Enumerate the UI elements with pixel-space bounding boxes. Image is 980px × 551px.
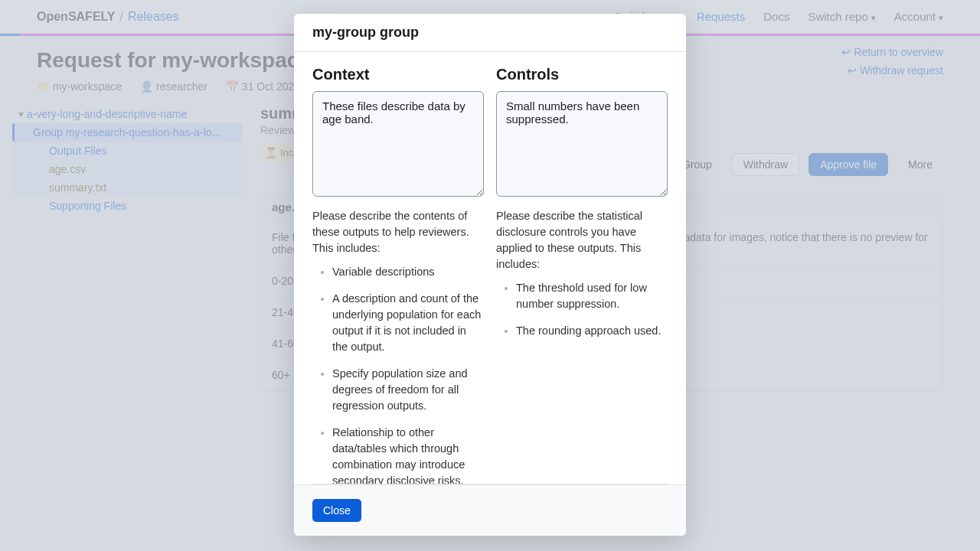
controls-column: Controls Please describe the statistical… <box>496 66 668 465</box>
controls-heading: Controls <box>496 66 668 83</box>
context-list: Variable descriptions A description and … <box>312 264 484 484</box>
list-item: Variable descriptions <box>332 264 484 280</box>
group-dialog: my-group group Context Please describe t… <box>294 14 686 536</box>
controls-list: The threshold used for low number suppre… <box>496 280 668 339</box>
close-button[interactable]: Close <box>312 499 361 522</box>
list-item: The threshold used for low number suppre… <box>516 280 668 312</box>
modal-overlay[interactable]: my-group group Context Please describe t… <box>0 0 980 551</box>
context-heading: Context <box>312 66 484 83</box>
context-textarea[interactable] <box>312 91 484 197</box>
list-item: Specify population size and degrees of f… <box>332 366 484 414</box>
controls-textarea[interactable] <box>496 91 668 197</box>
controls-help: Please describe the statistical disclosu… <box>496 208 668 272</box>
context-help: Please describe the contents of these ou… <box>312 208 484 256</box>
context-column: Context Please describe the contents of … <box>312 66 484 465</box>
list-item: The rounding approach used. <box>516 323 668 339</box>
list-item: A description and count of the underlyin… <box>332 291 484 355</box>
dialog-title: my-group group <box>294 14 686 52</box>
list-item: Relationship to other data/tables which … <box>332 425 484 484</box>
